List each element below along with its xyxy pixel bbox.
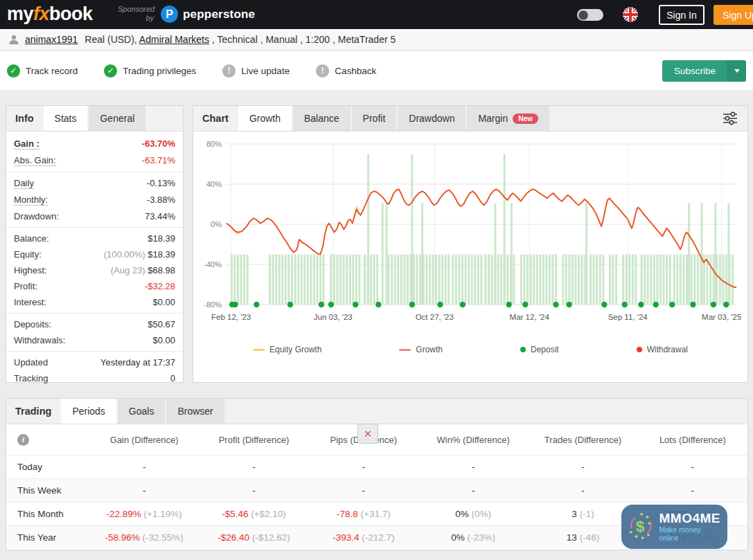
stat-label: Deposits: (14, 319, 51, 329)
pepperstone-icon: P (161, 6, 178, 23)
subscribe-dropdown-button[interactable] (727, 60, 746, 82)
cell-difference: (-$12.62) (249, 532, 290, 543)
tab-profit[interactable]: Profit (352, 106, 397, 131)
stat-row: Balance:$18.39 (6, 231, 183, 246)
tab-stats[interactable]: Stats (44, 106, 88, 131)
info-panel: Info StatsGeneral Gain :-63.70%Abs. Gain… (6, 105, 184, 383)
ad-close-button[interactable]: ✕ (357, 424, 378, 444)
stat-label[interactable]: Monthly: (14, 195, 48, 206)
badge-track-record[interactable]: ✓Track record (7, 64, 78, 78)
legend-label: Growth (416, 345, 443, 354)
table-cell: - (528, 462, 637, 472)
stat-label[interactable]: Abs. Gain: (14, 155, 56, 166)
tab-margin[interactable]: MarginNew (467, 106, 549, 131)
cell-difference: (+$2.10) (248, 509, 285, 519)
stat-row: UpdatedYesterday at 17:37 (6, 354, 183, 370)
stat-value: 73.44% (145, 211, 175, 222)
info-icon[interactable]: i (17, 434, 29, 446)
table-cell: - (309, 485, 418, 496)
row-label: This Week (6, 485, 89, 496)
svg-text:★: ★ (640, 535, 644, 541)
tab-drawdown[interactable]: Drawdown (398, 106, 466, 131)
stats-section: Daily-0.13%Monthly:-3.88%Drawdown:73.44% (6, 172, 183, 228)
sign-in-button[interactable]: Sign In (659, 5, 705, 25)
stat-label[interactable]: Daily (14, 178, 34, 189)
stat-value: (100.00%) $18.39 (104, 249, 175, 260)
chart-settings-icon[interactable] (713, 111, 747, 125)
check-icon: ✓ (104, 64, 117, 78)
stat-label: Interest: (14, 297, 46, 307)
stat-label: Tracking (14, 373, 48, 383)
legend-label: Deposit (531, 345, 559, 354)
legend-withdrawal[interactable]: Withdrawal (637, 345, 688, 354)
sign-up-button[interactable]: Sign Up (714, 5, 753, 25)
tab-general[interactable]: General (89, 106, 145, 131)
growth-chart[interactable]: 80%40%0%-40%-80%Feb 12, '23Jun 03, '23Oc… (193, 132, 747, 335)
tab-balance[interactable]: Balance (293, 106, 351, 131)
dot-swatch-icon (637, 347, 642, 352)
table-cell: - (199, 485, 308, 496)
cell-difference: (0%) (469, 509, 491, 519)
stat-label: Profit: (14, 281, 37, 291)
tab-periods[interactable]: Periods (61, 399, 116, 424)
cell-value: - (472, 485, 475, 496)
legend-equity-growth[interactable]: Equity Growth (253, 345, 321, 354)
stat-label[interactable]: Gain : (14, 138, 39, 150)
svg-text:0%: 0% (211, 220, 222, 228)
sponsored-text: Sponsored (118, 5, 154, 14)
table-cell: - (418, 485, 528, 496)
broker-link[interactable]: Admiral Markets (139, 34, 209, 45)
stat-value: -63.71% (142, 155, 175, 165)
tab-goals[interactable]: Goals (118, 399, 166, 424)
column-header: Trades (Difference) (528, 435, 637, 445)
subscribe-button[interactable]: Subscribe (662, 60, 727, 82)
dot-swatch-icon (520, 347, 526, 352)
cell-value: - (362, 485, 366, 496)
account-details: Real (USD), Admiral Markets , Technical … (85, 34, 396, 45)
cell-value: - (362, 462, 366, 472)
trading-panel-label: Trading (6, 406, 61, 417)
cell-difference: (+1.19%) (141, 509, 182, 519)
column-header: Lots (Difference) (638, 435, 747, 445)
theme-toggle[interactable] (577, 9, 603, 21)
chart-tabbar: Chart GrowthBalanceProfitDrawdownMarginN… (193, 106, 747, 132)
line-swatch-icon (253, 349, 265, 351)
page: myfxbook Sponsored by P pepperstone Sign… (0, 0, 753, 560)
line-swatch-icon (399, 349, 411, 351)
legend-label: Withdrawal (647, 345, 688, 354)
stat-label: Balance: (14, 233, 49, 244)
cell-value: - (581, 462, 585, 472)
legend-growth[interactable]: Growth (399, 345, 443, 354)
tab-growth[interactable]: Growth (238, 106, 292, 131)
svg-text:★: ★ (629, 530, 633, 535)
cell-value: - (472, 462, 475, 472)
cell-difference: (-23%) (465, 532, 495, 543)
table-cell: - (89, 462, 199, 472)
badge-label: Trading privileges (123, 66, 196, 76)
badge-label: Cashback (335, 66, 376, 76)
cell-value: - (252, 485, 256, 496)
legend-deposit[interactable]: Deposit (520, 345, 559, 354)
language-flag-icon[interactable] (623, 7, 638, 22)
info-icon-cell: i (6, 434, 89, 446)
cell-value: -393.4 (333, 532, 359, 543)
badge-live-update[interactable]: !Live update (222, 64, 290, 78)
svg-text:-40%: -40% (204, 260, 222, 269)
myfxbook-logo[interactable]: myfxbook (7, 3, 93, 25)
verification-badges-row: ✓Track record✓Trading privileges!Live up… (0, 51, 753, 90)
stat-row: Tracking0 (6, 370, 183, 386)
cell-value: - (581, 485, 585, 496)
mmo4me-watermark: ★★★ ★★★★ $ MMO4ME Make money online (621, 505, 727, 549)
pepperstone-logo[interactable]: P pepperstone (161, 6, 255, 23)
account-attributes: , Technical , Manual , 1:200 , MetaTrade… (209, 34, 396, 45)
username-link[interactable]: animax1991 (25, 34, 78, 45)
stats-section: Balance:$18.39Equity:(100.00%) $18.39Hig… (6, 228, 183, 314)
badge-cashback[interactable]: !Cashback (316, 64, 376, 78)
stat-row: Gain :-63.70% (6, 136, 183, 152)
cell-value: -58.96% (105, 532, 140, 543)
check-icon: ✓ (7, 64, 20, 78)
badge-trading-privileges[interactable]: ✓Trading privileges (104, 64, 196, 78)
tab-browser[interactable]: Browser (166, 399, 224, 424)
stat-label: Withdrawals: (14, 335, 65, 345)
stat-row: Withdrawals:$0.00 (6, 332, 183, 348)
